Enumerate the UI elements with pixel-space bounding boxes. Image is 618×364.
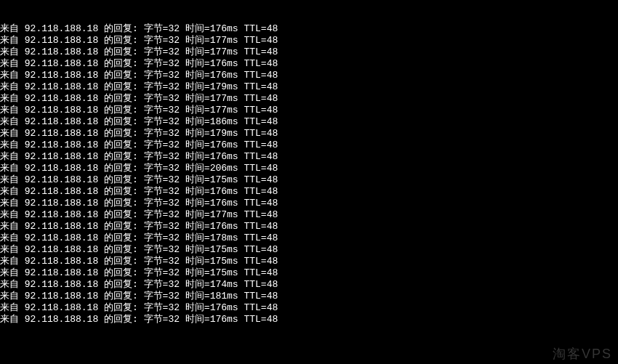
terminal-output: 来自 92.118.188.18 的回复: 字节=32 时间=176ms TTL… bbox=[0, 0, 618, 364]
ping-reply-line: 来自 92.118.188.18 的回复: 字节=32 时间=186ms TTL… bbox=[0, 116, 618, 128]
ping-reply-line: 来自 92.118.188.18 的回复: 字节=32 时间=177ms TTL… bbox=[0, 93, 618, 105]
ping-reply-line: 来自 92.118.188.18 的回复: 字节=32 时间=206ms TTL… bbox=[0, 163, 618, 174]
ping-reply-line: 来自 92.118.188.18 的回复: 字节=32 时间=176ms TTL… bbox=[0, 23, 618, 35]
ping-reply-line: 来自 92.118.188.18 的回复: 字节=32 时间=176ms TTL… bbox=[0, 221, 618, 232]
ping-reply-line: 来自 92.118.188.18 的回复: 字节=32 时间=177ms TTL… bbox=[0, 46, 618, 58]
ping-reply-line: 来自 92.118.188.18 的回复: 字节=32 时间=175ms TTL… bbox=[0, 267, 618, 279]
ping-reply-line: 来自 92.118.188.18 的回复: 字节=32 时间=176ms TTL… bbox=[0, 198, 618, 209]
ping-reply-line: 来自 92.118.188.18 的回复: 字节=32 时间=177ms TTL… bbox=[0, 105, 618, 116]
ping-reply-line: 来自 92.118.188.18 的回复: 字节=32 时间=176ms TTL… bbox=[0, 186, 618, 198]
ping-reply-line: 来自 92.118.188.18 的回复: 字节=32 时间=176ms TTL… bbox=[0, 70, 618, 81]
ping-reply-line: 来自 92.118.188.18 的回复: 字节=32 时间=174ms TTL… bbox=[0, 279, 618, 291]
ping-reply-line: 来自 92.118.188.18 的回复: 字节=32 时间=176ms TTL… bbox=[0, 139, 618, 151]
ping-reply-line: 来自 92.118.188.18 的回复: 字节=32 时间=177ms TTL… bbox=[0, 209, 618, 221]
ping-reply-line: 来自 92.118.188.18 的回复: 字节=32 时间=175ms TTL… bbox=[0, 244, 618, 256]
ping-reply-lines: 来自 92.118.188.18 的回复: 字节=32 时间=176ms TTL… bbox=[0, 23, 618, 325]
ping-reply-line: 来自 92.118.188.18 的回复: 字节=32 时间=179ms TTL… bbox=[0, 81, 618, 93]
blank-line bbox=[0, 349, 618, 360]
ping-reply-line: 来自 92.118.188.18 的回复: 字节=32 时间=178ms TTL… bbox=[0, 232, 618, 244]
ping-reply-line: 来自 92.118.188.18 的回复: 字节=32 时间=176ms TTL… bbox=[0, 314, 618, 325]
ping-reply-line: 来自 92.118.188.18 的回复: 字节=32 时间=179ms TTL… bbox=[0, 128, 618, 139]
ping-reply-line: 来自 92.118.188.18 的回复: 字节=32 时间=175ms TTL… bbox=[0, 174, 618, 186]
ping-reply-line: 来自 92.118.188.18 的回复: 字节=32 时间=175ms TTL… bbox=[0, 256, 618, 267]
ping-reply-line: 来自 92.118.188.18 的回复: 字节=32 时间=176ms TTL… bbox=[0, 151, 618, 163]
ping-reply-line: 来自 92.118.188.18 的回复: 字节=32 时间=176ms TTL… bbox=[0, 58, 618, 70]
ping-reply-line: 来自 92.118.188.18 的回复: 字节=32 时间=176ms TTL… bbox=[0, 302, 618, 314]
ping-reply-line: 来自 92.118.188.18 的回复: 字节=32 时间=181ms TTL… bbox=[0, 291, 618, 302]
ping-reply-line: 来自 92.118.188.18 的回复: 字节=32 时间=177ms TTL… bbox=[0, 35, 618, 46]
